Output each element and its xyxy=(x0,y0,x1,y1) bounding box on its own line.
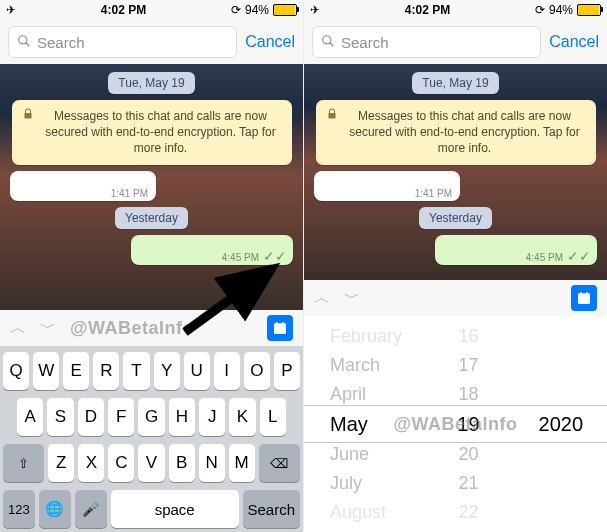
chevron-up-icon[interactable]: ︿ xyxy=(314,288,330,309)
search-input[interactable]: Search xyxy=(312,26,541,58)
calendar-button[interactable] xyxy=(267,315,293,341)
keyboard-row-1: QWERTYUIOP xyxy=(3,352,300,390)
lock-icon xyxy=(326,108,338,157)
rotation-lock-icon: ⟳ xyxy=(231,3,241,17)
key-y[interactable]: Y xyxy=(154,352,180,390)
picker-option: March xyxy=(330,355,380,376)
keyboard: QWERTYUIOP ASDFGHJKL ⇧ ZXCVBNM ⌫ 123 🌐 🎤… xyxy=(0,346,303,532)
search-placeholder: Search xyxy=(37,34,85,51)
picker-option: February xyxy=(330,326,402,347)
search-icon xyxy=(321,34,335,51)
key-l[interactable]: L xyxy=(260,398,286,436)
picker-option: 20 xyxy=(458,444,478,465)
status-time: 4:02 PM xyxy=(405,3,450,17)
outgoing-message[interactable]: 4:45 PM ✓✓ xyxy=(131,235,293,265)
backspace-key[interactable]: ⌫ xyxy=(259,444,300,482)
search-input[interactable]: Search xyxy=(8,26,237,58)
key-c[interactable]: C xyxy=(108,444,134,482)
chat-background: Tue, May 19 Messages to this chat and ca… xyxy=(304,64,607,280)
cancel-button[interactable]: Cancel xyxy=(245,33,295,51)
search-bar: Search Cancel xyxy=(304,20,607,64)
keyboard-row-4: 123 🌐 🎤 space Search xyxy=(3,490,300,528)
msg-time: 4:45 PM xyxy=(222,252,259,263)
key-e[interactable]: E xyxy=(63,352,89,390)
airplane-icon: ✈︎ xyxy=(6,3,16,17)
msg-time: 4:45 PM xyxy=(526,252,563,263)
outgoing-message[interactable]: 4:45 PM ✓✓ xyxy=(435,235,597,265)
picker-option: 17 xyxy=(458,355,478,376)
keyboard-row-3: ⇧ ZXCVBNM ⌫ xyxy=(3,444,300,482)
search-placeholder: Search xyxy=(341,34,389,51)
key-n[interactable]: N xyxy=(199,444,225,482)
key-w[interactable]: W xyxy=(33,352,59,390)
picker-option: July xyxy=(330,473,362,494)
calendar-button[interactable] xyxy=(571,285,597,311)
key-o[interactable]: O xyxy=(244,352,270,390)
search-toolbar: ︿ ﹀ @WABetaInfo xyxy=(0,310,303,346)
key-d[interactable]: D xyxy=(78,398,104,436)
key-x[interactable]: X xyxy=(78,444,104,482)
status-time: 4:02 PM xyxy=(101,3,146,17)
key-m[interactable]: M xyxy=(229,444,255,482)
battery-icon xyxy=(273,4,297,16)
search-key[interactable]: Search xyxy=(243,490,300,528)
phone-right: ✈︎ 4:02 PM ⟳ 94% Search Cancel Tue, May … xyxy=(304,0,607,532)
key-i[interactable]: I xyxy=(214,352,240,390)
battery-icon xyxy=(577,4,601,16)
status-bar: ✈︎ 4:02 PM ⟳ 94% xyxy=(304,0,607,20)
key-z[interactable]: Z xyxy=(48,444,74,482)
encryption-notice[interactable]: Messages to this chat and calls are now … xyxy=(12,100,292,165)
picker-selection-band xyxy=(304,405,607,443)
incoming-message[interactable]: 1:41 PM xyxy=(10,171,156,201)
key-q[interactable]: Q xyxy=(3,352,29,390)
numbers-key[interactable]: 123 xyxy=(3,490,35,528)
globe-key[interactable]: 🌐 xyxy=(39,490,71,528)
key-j[interactable]: J xyxy=(199,398,225,436)
date-badge: Tue, May 19 xyxy=(412,72,498,94)
picker-option: 16 xyxy=(458,326,478,347)
key-p[interactable]: P xyxy=(274,352,300,390)
cancel-button[interactable]: Cancel xyxy=(549,33,599,51)
lock-icon xyxy=(22,108,34,157)
shift-key[interactable]: ⇧ xyxy=(3,444,44,482)
chevron-up-icon[interactable]: ︿ xyxy=(10,318,26,339)
picker-option: 22 xyxy=(458,502,478,523)
key-h[interactable]: H xyxy=(169,398,195,436)
rotation-lock-icon: ⟳ xyxy=(535,3,545,17)
incoming-message[interactable]: 1:41 PM xyxy=(314,171,460,201)
battery-pct: 94% xyxy=(549,3,573,17)
picker-option: August xyxy=(330,502,386,523)
key-v[interactable]: V xyxy=(138,444,164,482)
encryption-notice[interactable]: Messages to this chat and calls are now … xyxy=(316,100,596,165)
chat-background: Tue, May 19 Messages to this chat and ca… xyxy=(0,64,303,310)
key-a[interactable]: A xyxy=(17,398,43,436)
airplane-icon: ✈︎ xyxy=(310,3,320,17)
key-g[interactable]: G xyxy=(138,398,164,436)
search-icon xyxy=(17,34,31,51)
chevron-down-icon[interactable]: ﹀ xyxy=(40,318,56,339)
battery-pct: 94% xyxy=(245,3,269,17)
key-b[interactable]: B xyxy=(169,444,195,482)
msg-time: 1:41 PM xyxy=(111,188,148,199)
svg-point-0 xyxy=(19,35,27,43)
mic-key[interactable]: 🎤 xyxy=(75,490,107,528)
date-picker[interactable]: FebruaryMarchAprilMayJuneJulyAugust 1617… xyxy=(304,316,607,532)
key-r[interactable]: R xyxy=(93,352,119,390)
svg-point-7 xyxy=(323,35,331,43)
date-badge: Yesterday xyxy=(419,207,492,229)
svg-rect-9 xyxy=(578,293,590,304)
key-s[interactable]: S xyxy=(47,398,73,436)
key-k[interactable]: K xyxy=(229,398,255,436)
key-f[interactable]: F xyxy=(108,398,134,436)
keyboard-row-3-letters: ZXCVBNM xyxy=(48,444,254,482)
keyboard-row-2: ASDFGHJKL xyxy=(3,398,300,436)
picker-option: April xyxy=(330,384,366,405)
read-ticks-icon: ✓✓ xyxy=(263,249,287,263)
picker-option: 18 xyxy=(458,384,478,405)
key-u[interactable]: U xyxy=(184,352,210,390)
phone-left: ✈︎ 4:02 PM ⟳ 94% Search Cancel Tue, May … xyxy=(0,0,304,532)
chevron-down-icon[interactable]: ﹀ xyxy=(344,288,360,309)
picker-option: June xyxy=(330,444,369,465)
key-t[interactable]: T xyxy=(123,352,149,390)
space-key[interactable]: space xyxy=(111,490,239,528)
